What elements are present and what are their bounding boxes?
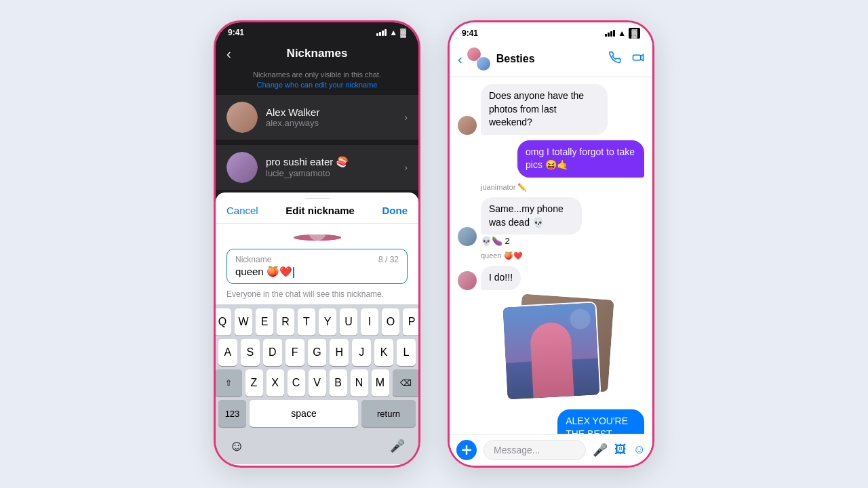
key-b[interactable]: B	[330, 369, 347, 396]
nickname-hint: Everyone in the chat will see this nickn…	[216, 289, 418, 304]
left-phone-body: ‹ Nicknames Nicknames are only visible i…	[216, 40, 418, 464]
key-z[interactable]: Z	[245, 369, 263, 396]
avatar-alex	[226, 102, 258, 133]
group-avatar	[467, 47, 491, 71]
sheet-user-avatar	[294, 235, 341, 241]
key-p[interactable]: P	[403, 308, 418, 336]
key-d[interactable]: D	[263, 339, 282, 366]
sender-label-juanimator: juanimator ✏️	[481, 183, 644, 192]
done-button[interactable]: Done	[382, 205, 408, 216]
avatar-svg	[294, 235, 341, 241]
bubble-6: I do!!!	[481, 266, 521, 290]
chat-messages: Does anyone have the photos from last we…	[450, 77, 652, 434]
nicknames-title: Nicknames	[287, 47, 348, 60]
chat-back-button[interactable]: ‹	[458, 52, 462, 67]
key-a[interactable]: A	[218, 339, 237, 366]
shift-key[interactable]: ⇧	[216, 369, 242, 396]
change-nickname-link[interactable]: Change who can edit your nickname	[257, 81, 378, 89]
nickname-input-container[interactable]: Nickname 8 / 32 queen 🍑❤️	[226, 249, 408, 284]
signal-icon	[376, 29, 387, 36]
key-h[interactable]: H	[330, 339, 349, 366]
key-k[interactable]: K	[374, 339, 393, 366]
message-input[interactable]: Message...	[484, 440, 586, 460]
chat-group-name[interactable]: Besties	[496, 53, 609, 65]
keyboard-row-2: A S D F G H J K L	[218, 339, 416, 366]
nickname-count: 8 / 32	[378, 255, 399, 264]
keyboard-bottom: ☺ 🎤	[218, 430, 416, 463]
key-m[interactable]: M	[372, 369, 389, 396]
key-c[interactable]: C	[288, 369, 305, 396]
sticker-icon[interactable]: ☺	[633, 443, 646, 458]
mic-icon[interactable]: 🎤	[593, 443, 608, 458]
key-o[interactable]: O	[382, 308, 399, 336]
cancel-button[interactable]: Cancel	[226, 205, 258, 216]
key-t[interactable]: T	[298, 308, 315, 336]
keyboard-row-4: 123 space return	[218, 400, 416, 427]
key-w[interactable]: W	[235, 308, 252, 336]
chat-header: ‹ Besties	[450, 41, 652, 77]
key-g[interactable]: G	[308, 339, 327, 366]
nickname-label: Nickname	[235, 255, 271, 264]
alex-name: Alex Walker	[266, 106, 404, 118]
person-silhouette	[530, 321, 574, 398]
sheet-header: Cancel Edit nickname Done	[216, 198, 418, 224]
chat-input-bar: Message... 🎤 🖼 ☺	[450, 434, 652, 466]
photo-icon[interactable]: 🖼	[614, 443, 627, 458]
message-photos	[458, 296, 644, 404]
chevron-right-icon: ›	[404, 112, 408, 123]
key-y[interactable]: Y	[319, 308, 336, 336]
key-j[interactable]: J	[352, 339, 371, 366]
group-avatar-2	[476, 56, 491, 71]
space-key[interactable]: space	[250, 400, 358, 427]
message-8: ALEX YOU'RE THE BEST 👏🤝 2	[458, 409, 644, 434]
delete-key[interactable]: ⌫	[393, 369, 419, 396]
photos-stack	[504, 296, 619, 404]
msg-avatar-1	[458, 116, 477, 135]
lucie-info: pro sushi eater 🍣 lucie_yamamoto	[266, 156, 404, 178]
return-key[interactable]: return	[361, 400, 416, 427]
key-v[interactable]: V	[309, 369, 326, 396]
key-x[interactable]: X	[267, 369, 284, 396]
message-4: Same...my phone was dead 💀 💀🍆 2	[458, 197, 644, 246]
chat-input-icons: 🎤 🖼 ☺	[593, 443, 646, 458]
key-n[interactable]: N	[351, 369, 368, 396]
right-phone-body: ‹ Besties Does anyone have the	[450, 41, 652, 466]
right-phone: 9:41 ▲ ▓ ‹ Besties	[448, 20, 654, 468]
list-item-alex[interactable]: Alex Walker alex.anyways ›	[216, 95, 418, 140]
lucie-name: pro sushi eater 🍣	[266, 156, 404, 168]
battery-icon: ▓	[400, 28, 406, 37]
key-q[interactable]: Q	[216, 308, 231, 336]
bubble-4: Same...my phone was dead 💀	[481, 197, 582, 235]
left-status-icons: ▲ ▓	[376, 28, 406, 37]
right-status-bar: 9:41 ▲ ▓	[450, 22, 652, 41]
right-signal-icon	[605, 30, 615, 37]
key-e[interactable]: E	[256, 308, 273, 336]
emoji-key[interactable]: ☺	[224, 433, 250, 459]
key-i[interactable]: I	[361, 308, 378, 336]
message-2: omg I totally forgot to take pics 😝🤙	[458, 140, 644, 178]
phone-call-button[interactable]	[609, 52, 621, 67]
chevron-right-icon-2: ›	[404, 162, 408, 173]
keyboard: Q W E R T Y U I O P A S D F G H	[216, 304, 418, 464]
svg-marker-4	[641, 54, 644, 60]
nicknames-header: ‹ Nicknames	[216, 40, 418, 67]
message-plus-button[interactable]	[456, 440, 477, 460]
message-1: Does anyone have the photos from last we…	[458, 84, 644, 135]
back-button[interactable]: ‹	[226, 46, 231, 62]
num-key[interactable]: 123	[218, 400, 246, 427]
key-u[interactable]: U	[340, 308, 357, 336]
avatar-lucie	[226, 152, 258, 183]
wifi-icon: ▲	[389, 28, 397, 37]
mic-key[interactable]: 🎤	[384, 433, 410, 459]
nickname-value[interactable]: queen 🍑❤️	[235, 266, 399, 278]
key-f[interactable]: F	[285, 339, 304, 366]
key-s[interactable]: S	[241, 339, 260, 366]
list-item-lucie[interactable]: pro sushi eater 🍣 lucie_yamamoto ›	[216, 145, 418, 190]
left-phone: 9:41 ▲ ▓ ‹ Nicknames Nicknames are only …	[214, 20, 420, 468]
video-call-button[interactable]	[632, 52, 644, 67]
nicknames-subtitle: Nicknames are only visible in this chat.…	[216, 67, 418, 92]
key-r[interactable]: R	[277, 308, 294, 336]
key-l[interactable]: L	[397, 339, 416, 366]
alex-info: Alex Walker alex.anyways	[266, 106, 404, 128]
sender-label-queen: queen 🍑❤️	[481, 251, 644, 260]
